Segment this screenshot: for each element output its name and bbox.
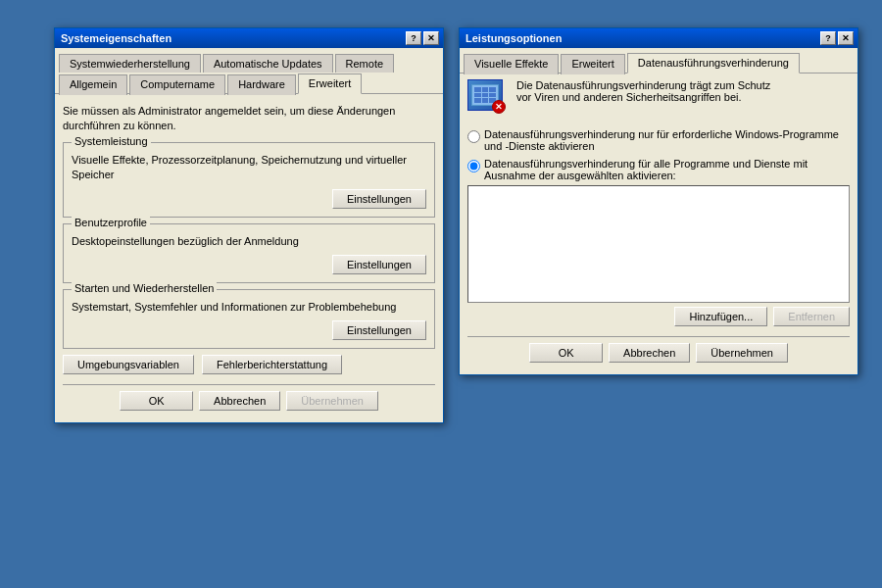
dep-list-box[interactable] (467, 185, 850, 303)
dep-header: ✕ Die Datenausführungsverhinderung trägt… (467, 79, 850, 119)
benutzerprofile-settings-row: Einstellungen (72, 255, 426, 274)
fehlerberichterstattung-button[interactable]: Fehlerberichterstattung (202, 355, 342, 374)
dialog2-title: Leistungsoptionen (466, 32, 562, 44)
tab-dep[interactable]: Datenausführungsverhinderung (627, 53, 800, 74)
dialog1-info-text: Sie müssen als Administrator angemeldet … (63, 104, 435, 134)
dialog1-tab-bar: Systemwiederherstellung Automatische Upd… (55, 48, 443, 94)
dialog1-ok-button[interactable]: OK (120, 391, 193, 411)
dialog2-title-buttons: ? ✕ (820, 31, 854, 45)
umgebungsvariablen-button[interactable]: Umgebungsvariablen (63, 355, 194, 374)
dialog2-apply-button[interactable]: Übernehmen (696, 343, 788, 363)
dialog1-bottom-buttons: OK Abbrechen Übernehmen (63, 384, 435, 415)
dialog2-content: ✕ Die Datenausführungsverhinderung trägt… (460, 74, 858, 374)
tab-erweitert-leistung[interactable]: Erweitert (561, 54, 624, 74)
tab-erweitert[interactable]: Erweitert (298, 74, 362, 94)
dialog2-ok-button[interactable]: OK (529, 343, 603, 363)
dialog2-bottom-buttons: OK Abbrechen Übernehmen (467, 336, 850, 367)
tab-computername[interactable]: Computername (129, 74, 225, 95)
tab-visuelle-effekte[interactable]: Visuelle Effekte (464, 54, 559, 74)
dep-add-remove-row: Hinzufügen... Entfernen (467, 307, 850, 326)
tab-automatische-updates[interactable]: Automatische Updates (203, 54, 333, 73)
dialog1-title-buttons: ? ✕ (406, 31, 439, 45)
systemleistung-title: Systemleistung (72, 135, 151, 147)
dialog1-title: Systemeigenschaften (61, 32, 172, 44)
systemleistung-settings-row: Einstellungen (72, 189, 426, 209)
dep-description: Die Datenausführungsverhinderung trägt z… (516, 79, 770, 103)
tab-remote[interactable]: Remote (335, 54, 395, 73)
systemleistung-settings-button[interactable]: Einstellungen (332, 189, 426, 209)
dialog1-title-bar: Systemeigenschaften ? ✕ (55, 28, 443, 48)
dep-desc-line1: Die Datenausführungsverhinderung trägt z… (516, 79, 770, 91)
dialog2-help-button[interactable]: ? (820, 31, 836, 45)
dialog2-close-button[interactable]: ✕ (838, 31, 854, 45)
dep-icon: ✕ (467, 79, 507, 119)
extra-buttons-row: Umgebungsvariablen Fehlerberichterstattu… (63, 355, 435, 374)
dialog1-content: Sie müssen als Administrator angemeldet … (55, 94, 443, 422)
dialog1-help-button[interactable]: ? (406, 31, 421, 45)
dep-radio2[interactable] (467, 160, 480, 172)
tab-allgemein[interactable]: Allgemein (59, 74, 127, 95)
dep-remove-button[interactable]: Entfernen (773, 307, 850, 326)
systemleistung-desc: Visuelle Effekte, Prozessorzeitplanung, … (72, 153, 426, 183)
dialog1-close-button[interactable]: ✕ (423, 31, 439, 45)
dep-add-button[interactable]: Hinzufügen... (674, 307, 767, 326)
dialog2-tab-bar: Visuelle Effekte Erweitert Datenausführu… (460, 48, 858, 74)
dep-radio2-option: Datenausführungsverhinderung für alle Pr… (467, 158, 850, 181)
dep-radio1-option: Datenausführungsverhinderung nur für erf… (467, 128, 850, 152)
dep-radio2-label: Datenausführungsverhinderung für alle Pr… (484, 158, 850, 181)
starten-title: Starten und Wiederherstellen (72, 282, 217, 294)
tab-systemwiederherstellung[interactable]: Systemwiederherstellung (59, 54, 201, 73)
dialog1-apply-button[interactable]: Übernehmen (286, 391, 378, 411)
benutzerprofile-desc: Desktopeinstellungen bezüglich der Anmel… (72, 234, 426, 249)
dialog2-title-bar: Leistungsoptionen ? ✕ (460, 28, 858, 48)
benutzerprofile-title: Benutzerprofile (72, 217, 150, 228)
starten-group: Starten und Wiederherstellen Systemstart… (63, 289, 435, 349)
starten-desc: Systemstart, Systemfehler und Informatio… (72, 300, 426, 315)
systemleistung-group: Systemleistung Visuelle Effekte, Prozess… (63, 142, 435, 218)
tab-hardware[interactable]: Hardware (227, 74, 296, 95)
starten-settings-row: Einstellungen (72, 320, 426, 340)
benutzerprofile-settings-button[interactable]: Einstellungen (332, 255, 426, 274)
dep-radio1[interactable] (467, 130, 480, 143)
dialog2-cancel-button[interactable]: Abbrechen (609, 343, 690, 363)
benutzerprofile-group: Benutzerprofile Desktopeinstellungen bez… (63, 223, 435, 283)
dep-radio1-label: Datenausführungsverhinderung nur für erf… (484, 128, 850, 152)
dialog1-cancel-button[interactable]: Abbrechen (199, 391, 280, 411)
dep-desc-line2: vor Viren und anderen Sicherheitsangriff… (516, 91, 770, 103)
systemeigenschaften-dialog: Systemeigenschaften ? ✕ Systemwiederhers… (54, 27, 444, 423)
starten-settings-button[interactable]: Einstellungen (332, 320, 426, 340)
leistungsoptionen-dialog: Leistungsoptionen ? ✕ Visuelle Effekte E… (459, 27, 858, 375)
